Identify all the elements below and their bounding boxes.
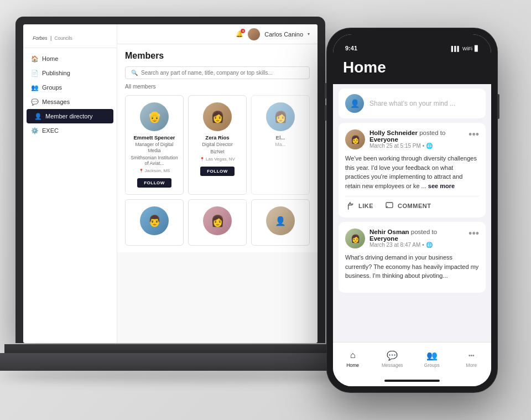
sidebar-item-home[interactable]: 🏠 Home xyxy=(23,51,117,66)
nav-tab-groups[interactable]: 👥 Groups xyxy=(412,343,452,375)
visibility-icon-2: 🌐 xyxy=(426,242,433,248)
sidebar-label-publishing: Publishing xyxy=(42,70,70,76)
holly-avatar-icon: 👩 xyxy=(351,135,360,144)
member-avatar-zera: 👩 xyxy=(203,102,232,131)
exec-icon: ⚙️ xyxy=(31,127,38,134)
search-icon: 🔍 xyxy=(131,70,138,76)
member-avatar-row2-2: 👩 xyxy=(203,206,232,235)
user-name: Carlos Canino xyxy=(264,31,303,38)
avatar-row2-2-icon: 👩 xyxy=(211,214,225,227)
members-title: Members xyxy=(125,51,310,61)
dot-separator-2: • xyxy=(422,242,424,248)
dropdown-arrow-icon[interactable]: ▾ xyxy=(308,32,310,37)
follow-button-emmett[interactable]: FOLLOW xyxy=(137,178,171,188)
avatar-row2-3-icon: 👤 xyxy=(275,216,286,226)
wifi-icon: WiFi xyxy=(462,46,472,51)
location-pin-icon-2: 📍 xyxy=(200,157,205,162)
phone-screen: 9:41 ▌▌▌ WiFi ▊ Home 👤 xyxy=(333,34,491,386)
home-tab-icon: ⌂ xyxy=(347,350,358,361)
member-company-emmett: Smithsonian Institution of Aviat... xyxy=(130,155,179,166)
member-name-emmett: Emmett Spencer xyxy=(130,134,179,141)
groups-icon: 👥 xyxy=(31,84,38,91)
visibility-icon: 🌐 xyxy=(426,143,433,149)
posted-to-label: posted to xyxy=(419,129,445,136)
phone-bottom-nav: ⌂ Home 💬 Messages 👥 Groups ••• More xyxy=(333,342,491,375)
laptop-base-bottom xyxy=(0,353,347,371)
sidebar-label-groups: Groups xyxy=(42,84,62,91)
messages-icon: 💬 xyxy=(31,98,38,105)
like-button-holly[interactable]: LIKE xyxy=(345,201,373,211)
post-time-holly: March 25 at 5:15 PM • 🌐 xyxy=(369,143,464,149)
current-user-avatar: 👤 xyxy=(345,94,364,113)
comment-button-holly[interactable]: COMMENT xyxy=(384,201,431,211)
sidebar-label-exec: EXEC xyxy=(42,127,59,134)
phone-home-indicator xyxy=(333,375,491,386)
topbar-right: 🔔 4 Carlos Canino ▾ xyxy=(236,28,310,40)
post-actions-holly: LIKE COMMENT xyxy=(345,196,479,211)
groups-tab-label: Groups xyxy=(424,362,440,368)
member-avatar-emmett: 👴 xyxy=(140,102,169,131)
member-name-partial: El... xyxy=(256,134,305,141)
notification-bell[interactable]: 🔔 4 xyxy=(236,30,243,38)
member-avatar-row2-3: 👤 xyxy=(266,206,295,235)
nav-tab-messages[interactable]: 💬 Messages xyxy=(373,343,413,375)
logo-divider: | xyxy=(50,35,53,41)
member-location-zera: 📍 Las Vegas, NV xyxy=(193,157,242,162)
member-company-partial: Ma... xyxy=(256,142,305,147)
post-avatar-nehir: 👩 xyxy=(345,229,365,248)
member-card-row2-3: 👤 xyxy=(251,199,310,246)
current-user-icon: 👤 xyxy=(350,99,360,108)
home-indicator-bar xyxy=(384,380,440,382)
avatar-partial-icon: 👩 xyxy=(274,110,288,123)
phone-notch xyxy=(387,34,437,45)
nav-tab-home[interactable]: ⌂ Home xyxy=(333,343,373,375)
sidebar-item-groups[interactable]: 👥 Groups xyxy=(23,80,117,95)
groups-tab-icon: 👥 xyxy=(426,350,438,361)
messages-tab-icon: 💬 xyxy=(387,350,398,361)
search-input[interactable] xyxy=(141,70,304,76)
status-time: 9:41 xyxy=(345,45,357,51)
member-card-partial: 👩 El... Ma... xyxy=(251,95,310,195)
phone-body: 9:41 ▌▌▌ WiFi ▊ Home 👤 xyxy=(326,28,498,393)
member-role-emmett: Manager of Digital Media xyxy=(130,142,179,154)
member-card-zera: 👩 Zera Rios Digital Director BizNet 📍 La… xyxy=(188,95,247,195)
status-icons: ▌▌▌ WiFi ▊ xyxy=(451,45,479,51)
post-card-nehir: 👩 Nehir Osman posted to Everyone March 2… xyxy=(339,222,486,293)
follow-button-zera[interactable]: FOLLOW xyxy=(200,167,235,176)
post-author-holly: Holly Schneider posted to Everyone xyxy=(369,129,464,143)
share-box[interactable]: 👤 Share what's on your mind ... xyxy=(339,89,486,118)
member-role-zera: Digital Director xyxy=(193,142,242,148)
all-members-label: All members xyxy=(125,84,310,90)
phone-device: 9:41 ▌▌▌ WiFi ▊ Home 👤 xyxy=(326,28,498,393)
battery-icon: ▊ xyxy=(475,45,479,51)
member-card-row2-2: 👩 xyxy=(188,199,247,246)
member-grid: 👴 Emmett Spencer Manager of Digital Medi… xyxy=(125,95,310,195)
post-avatar-holly: 👩 xyxy=(345,129,365,149)
sidebar-label-messages: Messages xyxy=(42,98,70,105)
more-tab-label: More xyxy=(466,362,477,368)
laptop-topbar: 🔔 4 Carlos Canino ▾ xyxy=(117,24,317,44)
scene: Forbes | Councils 🏠 Home 📄 Publishing xyxy=(0,0,531,420)
member-avatar-row2-1: 👨 xyxy=(140,206,169,235)
sidebar-item-member-directory[interactable]: 👤 Member directory xyxy=(27,109,113,123)
member-name-zera: Zera Rios xyxy=(193,134,242,141)
nav-tab-more[interactable]: ••• More xyxy=(452,343,492,375)
search-bar[interactable]: 🔍 xyxy=(125,66,310,79)
laptop-sidebar: Forbes | Councils 🏠 Home 📄 Publishing xyxy=(23,24,117,343)
member-company-zera: BizNet xyxy=(193,149,242,154)
sidebar-item-exec[interactable]: ⚙️ EXEC xyxy=(23,123,117,138)
comment-icon xyxy=(384,201,394,211)
brand-name: Forbes xyxy=(33,35,47,41)
see-more-holly[interactable]: see more xyxy=(428,183,455,189)
laptop-device: Forbes | Councils 🏠 Home 📄 Publishing xyxy=(15,17,342,393)
post-more-menu-holly[interactable]: ••• xyxy=(468,129,479,139)
user-avatar[interactable] xyxy=(248,28,260,40)
sidebar-item-messages[interactable]: 💬 Messages xyxy=(23,95,117,109)
sidebar-label-member-directory: Member directory xyxy=(45,113,93,120)
post-text-nehir: What's driving demand in your business c… xyxy=(345,253,479,281)
post-more-menu-nehir[interactable]: ••• xyxy=(468,229,479,238)
publishing-icon: 📄 xyxy=(31,70,38,76)
phone-content: 👤 Share what's on your mind ... 👩 xyxy=(333,84,491,342)
post-time-nehir: March 23 at 8:47 AM • 🌐 xyxy=(369,242,464,248)
sidebar-item-publishing[interactable]: 📄 Publishing xyxy=(23,66,117,80)
